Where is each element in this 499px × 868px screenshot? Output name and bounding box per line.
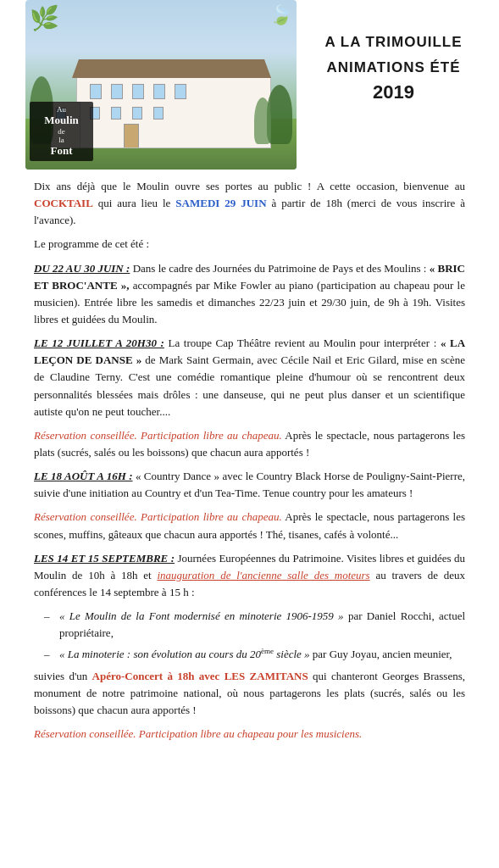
bullet2-quote: « La minoterie : son évolution au cours … [59,648,261,660]
bullet2-text: siècle » [274,648,310,660]
vine-left-icon: 🌿 [30,4,59,32]
intro-text: Dix ans déjà que le Moulin ouvre ses por… [34,180,465,192]
list-item: « Le Moulin de la Font modernisé en mino… [51,608,465,641]
logo-moulin: Moulin [44,114,78,127]
cocktail-text: COCKTAIL [34,197,93,209]
section2-reservation: Réservation conseillée. Participation li… [34,429,282,442]
vine-right-icon: 🍃 [269,4,292,26]
section2-paragraph: LE 12 JUILLET A 20H30 : La troupe Cap Th… [34,335,465,420]
illustration-bg: 🌿 🍃 [25,0,297,170]
section2-reservation-paragraph: Réservation conseillée. Participation li… [34,427,465,461]
final-reservation-paragraph: Réservation conseillée. Participation li… [34,726,465,743]
section4-link: inauguration de l'ancienne salle des mot… [157,569,369,581]
animations-title: ANIMATIONS ÉTÉ [313,59,474,76]
illustration: 🌿 🍃 [25,0,297,170]
section3-reservation: Réservation conseillée. Participation li… [34,510,282,523]
section4-paragraph: LES 14 ET 15 SEPTEMBRE : Journées Europé… [34,550,465,601]
section1-title: DU 22 AU 30 JUIN : [34,262,130,275]
section4-title: LES 14 ET 15 SEPTEMBRE : [34,552,175,565]
section3-paragraph: LE 18 AOÛT A 16H : « Country Dance » ave… [34,468,465,502]
logo-font: Font [51,144,73,158]
intro-paragraph: Dix ans déjà que le Moulin ouvre ses por… [34,178,465,229]
section3-title: LE 18 AOÛT A 16H : [34,470,133,482]
header-text: A LA TRIMOUILLE ANIMATIONS ÉTÉ 2019 [297,0,474,103]
page: 🌿 🍃 [0,0,499,775]
section3-reservation-paragraph: Réservation conseillée. Participation li… [34,509,465,542]
content: Dix ans déjà que le Moulin ouvre ses por… [25,178,474,743]
list-item: « La minoterie : son évolution au cours … [51,646,465,663]
year-title: 2019 [313,81,474,103]
logo-au: Au [57,105,66,114]
final-reservation: Réservation conseillée. Participation li… [34,727,362,740]
location-title: A LA TRIMOUILLE [313,34,474,51]
header-area: 🌿 🍃 [25,0,474,170]
logo-box: Au Moulin de la Font [30,102,93,161]
logo-de: de [58,127,65,136]
apero-intro: suivies d'un [34,670,87,682]
bullet1-quote: « Le Moulin de la Font modernisé en mino… [59,609,344,622]
bullet-list: « Le Moulin de la Font modernisé en mino… [51,608,465,663]
section2-title: LE 12 JUILLET A 20H30 : [34,337,164,349]
bullet2-sup: ème [261,647,274,655]
section1-paragraph: DU 22 AU 30 JUIN : Dans le cadre des Jou… [34,260,465,329]
logo-la: la [58,136,64,144]
apero-paragraph: suivies d'un Apéro-Concert à 18h avec LE… [34,668,465,719]
programme-label: Le programme de cet été : [34,236,465,253]
